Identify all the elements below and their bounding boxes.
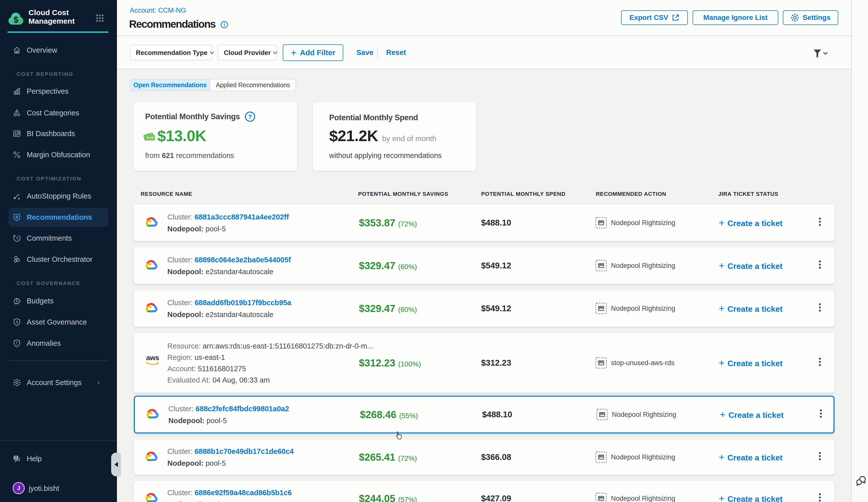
svg-text:?: ?	[248, 113, 252, 120]
svg-text:?: ?	[15, 456, 17, 460]
svg-text:$: $	[16, 320, 18, 324]
svg-text:$: $	[14, 14, 18, 24]
svg-text:$: $	[16, 299, 18, 303]
